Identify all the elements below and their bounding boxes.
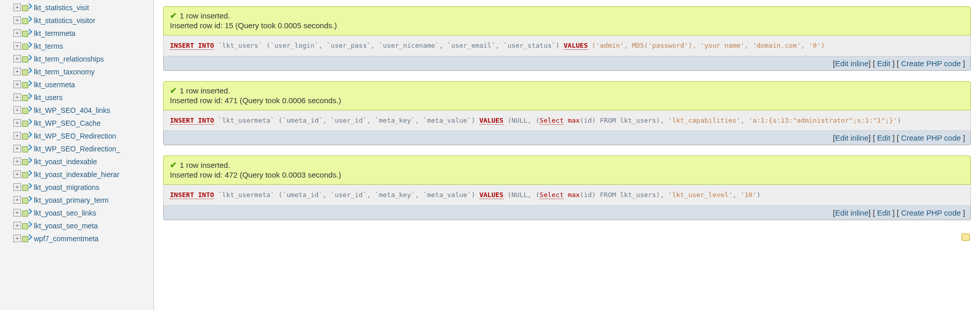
sidebar-table-list[interactable]: +lkt_statistics_visit+lkt_statistics_vis… [0,0,154,310]
table-name-label: lkt_WP_SEO_Cache [34,119,101,127]
sidebar-table-item[interactable]: +lkt_yoast_primary_term [0,193,153,206]
success-message: ✔ 1 row inserted. Inserted row id: 472 (… [163,156,971,185]
sql-query-display: INSERT INTO `lkt_users` (`user_login`, `… [163,35,971,56]
table-icon [22,235,31,242]
check-icon: ✔ [170,86,177,95]
table-name-label: lkt_WP_SEO_Redirection_ [34,145,120,153]
table-name-label: wpf7_commentmeta [34,235,99,243]
expand-icon[interactable]: + [13,16,21,24]
table-icon [22,171,31,178]
table-icon [22,197,31,204]
check-icon: ✔ [170,11,177,21]
table-name-label: lkt_WP_SEO_404_links [34,106,110,114]
expand-icon[interactable]: + [13,93,21,101]
table-icon [22,30,31,37]
table-name-label: lkt_yoast_indexable_hierar [34,170,120,179]
expand-icon[interactable]: + [13,42,21,50]
table-name-label: lkt_users [34,93,63,102]
edit-inline-link[interactable]: Edit inline [835,133,869,142]
sidebar-table-item[interactable]: +lkt_users [0,91,153,104]
expand-icon[interactable]: + [13,235,21,242]
sidebar-table-item[interactable]: +lkt_WP_SEO_Redirection_ [0,142,153,155]
table-icon [22,184,31,191]
expand-icon[interactable]: + [13,132,21,140]
table-name-label: lkt_usermeta [34,81,75,89]
table-name-label: lkt_WP_SEO_Redirection [34,132,116,140]
table-name-label: lkt_statistics_visit [34,4,89,12]
create-php-link[interactable]: Create PHP code [901,133,960,142]
sidebar-table-item[interactable]: +lkt_usermeta [0,78,153,91]
sidebar-table-item[interactable]: +lkt_yoast_seo_links [0,206,153,219]
bookmark-row [163,230,971,242]
edit-inline-link[interactable]: Edit inline [835,59,869,68]
success-message: ✔ 1 row inserted. Inserted row id: 15 (Q… [163,6,971,35]
expand-icon[interactable]: + [13,222,21,229]
expand-icon[interactable]: + [13,145,21,152]
edit-link[interactable]: Edit [877,133,890,142]
table-icon [22,81,31,88]
sidebar-table-item[interactable]: +wpf7_commentmeta [0,232,153,245]
rows-inserted-text: 1 row inserted. [180,11,230,20]
table-icon [22,145,31,152]
sidebar-table-item[interactable]: +lkt_terms [0,40,153,52]
table-name-label: lkt_term_relationships [34,55,104,63]
sidebar-table-item[interactable]: +lkt_term_relationships [0,52,153,65]
table-name-label: lkt_terms [34,42,63,50]
edit-link[interactable]: Edit [877,208,890,217]
sql-query-display: INSERT INTO `lkt_usermeta` (`umeta_id`, … [163,110,971,131]
create-php-link[interactable]: Create PHP code [901,59,960,68]
sidebar-table-item[interactable]: +lkt_yoast_indexable [0,155,153,168]
expand-icon[interactable]: + [13,55,21,63]
table-icon [22,158,31,165]
rows-inserted-text: 1 row inserted. [180,86,230,95]
sidebar-table-item[interactable]: +lkt_statistics_visit [0,1,153,14]
sidebar-table-item[interactable]: +lkt_yoast_indexable_hierar [0,168,153,181]
sidebar-table-item[interactable]: +lkt_term_taxonomy [0,65,153,78]
table-icon [22,68,31,75]
table-icon [22,4,31,11]
expand-icon[interactable]: + [13,170,21,178]
table-name-label: lkt_yoast_seo_meta [34,222,98,230]
table-icon [22,222,31,229]
sql-query-display: INSERT INTO `lkt_usermeta` (`umeta_id`, … [163,185,971,206]
expand-icon[interactable]: + [13,29,21,37]
sidebar-table-item[interactable]: +lkt_WP_SEO_Redirection [0,129,153,142]
sidebar-table-item[interactable]: +lkt_WP_SEO_Cache [0,117,153,129]
inserted-detail: Inserted row id: 472 (Query took 0.0003 … [170,170,964,179]
sidebar-table-item[interactable]: +lkt_WP_SEO_404_links [0,104,153,117]
expand-icon[interactable]: + [13,119,21,127]
sidebar-table-item[interactable]: +lkt_yoast_migrations [0,181,153,193]
table-name-label: lkt_yoast_seo_links [34,209,96,217]
table-icon [22,17,31,24]
table-name-label: lkt_yoast_migrations [34,183,100,191]
sidebar-table-item[interactable]: +lkt_statistics_visitor [0,14,153,27]
expand-icon[interactable]: + [13,196,21,204]
query-actions: [Edit inline] [ Edit ] [ Create PHP code… [163,56,971,71]
table-icon [22,94,31,101]
table-icon [22,209,31,217]
expand-icon[interactable]: + [13,209,21,217]
expand-icon[interactable]: + [13,106,21,114]
query-result-block: ✔ 1 row inserted. Inserted row id: 15 (Q… [163,6,971,71]
edit-inline-link[interactable]: Edit inline [835,208,869,217]
success-message: ✔ 1 row inserted. Inserted row id: 471 (… [163,81,971,110]
table-icon [22,43,31,50]
edit-link[interactable]: Edit [877,59,890,68]
expand-icon[interactable]: + [13,68,21,75]
table-icon [22,120,31,127]
table-name-label: lkt_termmeta [34,29,75,37]
expand-icon[interactable]: + [13,183,21,191]
query-actions: [Edit inline] [ Edit ] [ Create PHP code… [163,206,971,220]
bookmark-icon[interactable] [962,234,970,241]
check-icon: ✔ [170,160,177,170]
create-php-link[interactable]: Create PHP code [901,208,960,217]
sidebar-table-item[interactable]: +lkt_yoast_seo_meta [0,219,153,232]
table-icon [22,107,31,114]
query-result-block: ✔ 1 row inserted. Inserted row id: 472 (… [163,156,971,220]
sidebar-table-item[interactable]: +lkt_termmeta [0,27,153,40]
table-icon [22,55,31,63]
expand-icon[interactable]: + [13,81,21,88]
expand-icon[interactable]: + [13,158,21,165]
query-actions: [Edit inline] [ Edit ] [ Create PHP code… [163,131,971,145]
expand-icon[interactable]: + [13,4,21,11]
